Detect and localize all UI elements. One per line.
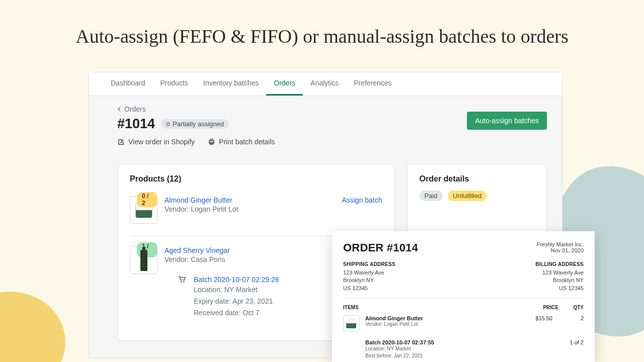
svg-rect-1 <box>210 139 213 140</box>
billing-line1: 123 Waverly Ave <box>535 269 584 277</box>
billing-line2: Brooklyn NY <box>535 277 584 284</box>
order-title: #1014 <box>117 116 155 132</box>
chevron-left-icon <box>117 105 122 113</box>
order-details-title: Order details <box>420 174 534 184</box>
shipping-address-heading: SHIPPING ADDRESS <box>343 261 395 267</box>
print-link[interactable]: Print batch details <box>208 138 275 146</box>
receipt-item-thumbnail <box>343 315 359 331</box>
receipt-panel: ORDER #1014 Freshly Market Inc. Nov 01, … <box>332 231 595 362</box>
auto-assign-button[interactable]: Auto-assign batches <box>467 112 547 130</box>
svg-point-4 <box>183 281 184 282</box>
receipt-item-vendor: Vendor: Logan Petit Lot <box>365 321 511 327</box>
shipping-line1: 123 Waverly Ave <box>343 269 395 277</box>
external-link-icon <box>117 138 125 146</box>
print-link-label: Print batch details <box>219 138 275 146</box>
batch-received: Received date: Oct 7 <box>194 308 279 318</box>
view-order-link[interactable]: View order in Shopify <box>117 138 195 146</box>
receipt-batch-best-before: Best before: Jan 22, 2021 <box>365 352 553 359</box>
price-col-heading: PRICE <box>523 305 558 310</box>
assign-batch-link[interactable]: Assign batch <box>342 196 382 204</box>
receipt-item-price: $15.50 <box>517 315 552 331</box>
unfulfilled-pill: Unfulfilled <box>448 191 487 201</box>
receipt-title: ORDER #1014 <box>343 241 418 254</box>
receipt-batch-location: Location: NY Market <box>365 345 553 352</box>
cart-icon <box>178 276 187 318</box>
shipping-line2: Brooklyn NY <box>343 277 395 284</box>
tab-dashboard[interactable]: Dashboard <box>103 72 153 96</box>
status-badge: Partially assigned <box>161 119 229 129</box>
tab-orders[interactable]: Orders <box>266 72 303 96</box>
receipt-date: Nov 01, 2020 <box>536 247 584 253</box>
page-heading: Auto-assign (FEFO & FIFO) or manual-assi… <box>0 25 644 47</box>
tab-inventory-batches[interactable]: Inventory batches <box>196 72 267 96</box>
billing-line3: US 12345 <box>535 285 584 292</box>
product-row: 0 / 2 Almond Ginger Butter Vendor: Logan… <box>130 191 382 236</box>
view-order-label: View order in Shopify <box>128 138 195 146</box>
receipt-batch-name: Batch 2020-10-07 02:37:55 <box>365 339 553 345</box>
batch-expiry: Expiry date: Apr 23, 2021 <box>194 296 279 307</box>
products-card-title: Products (12) <box>130 174 382 184</box>
print-icon <box>208 138 215 146</box>
status-badge-label: Partially assigned <box>173 120 224 128</box>
tabbar: Dashboard Products Inventory batches Ord… <box>89 72 562 96</box>
tab-analytics[interactable]: Analytics <box>303 72 346 96</box>
items-col-heading: ITEMS <box>343 305 523 310</box>
receipt-company: Freshly Market Inc. <box>536 241 584 247</box>
receipt-item-qty: 2 <box>558 315 584 331</box>
paid-pill: Paid <box>420 191 443 201</box>
svg-point-3 <box>181 281 182 282</box>
billing-address-heading: BILLING ADDRESS <box>535 261 584 267</box>
back-link-label: Orders <box>124 105 146 113</box>
tab-preferences[interactable]: Preferences <box>346 72 399 96</box>
receipt-batch-qty: 1 of 2 <box>553 339 584 359</box>
batch-location: Location: NY Market <box>194 285 279 295</box>
product-vendor: Vendor: Logan Petit Lot <box>165 205 382 213</box>
qty-col-heading: QTY <box>558 305 584 310</box>
qty-badge: 0 / 2 <box>137 192 157 207</box>
receipt-item-name: Almond Ginger Butter <box>365 315 511 321</box>
tab-products[interactable]: Products <box>153 72 196 96</box>
batch-link[interactable]: Batch 2020-10-07 02:29:26 <box>194 276 279 284</box>
status-dot-icon <box>166 122 170 126</box>
shipping-line3: US 12345 <box>343 285 395 292</box>
